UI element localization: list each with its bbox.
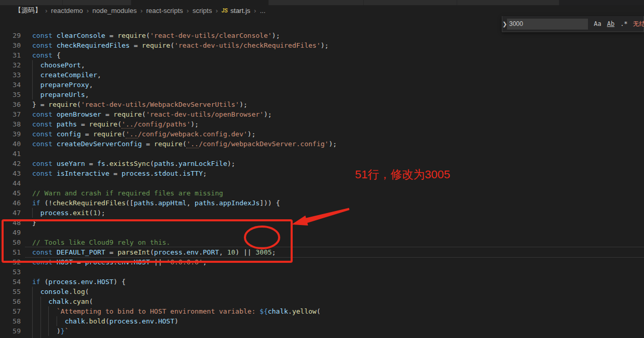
token: yarnLockFile	[179, 160, 227, 167]
code-line-40[interactable]: const createDevServerConfig = require('.…	[0, 139, 644, 149]
breadcrumb: 【源码】›reactdemo›node_modules›react-script…	[0, 5, 644, 16]
breadcrumb-separator-icon: ›	[140, 7, 142, 15]
tab-item[interactable]	[364, 0, 457, 5]
token: process	[154, 248, 183, 256]
code-line-55[interactable]: console.log(	[0, 287, 644, 297]
code-line-32[interactable]: choosePort,	[0, 60, 644, 70]
code-line-59[interactable]: )}`	[0, 326, 644, 336]
token: clearConsole	[57, 32, 105, 39]
whole-word-icon[interactable]: Ab	[607, 20, 614, 27]
token: useYarn	[57, 160, 85, 167]
breadcrumb-item-folder-2[interactable]: node_modules	[92, 7, 136, 15]
tab-bar-empty-space	[559, 0, 644, 5]
code-line-34[interactable]: prepareProxy,	[0, 80, 644, 90]
code-line-39[interactable]: const config = require('../config/webpac…	[0, 129, 644, 139]
breadcrumb-separator-icon: ›	[215, 7, 217, 15]
token: ,	[81, 61, 85, 69]
vscode-window: 【源码】›reactdemo›node_modules›react-script…	[0, 0, 644, 338]
code-line-44[interactable]	[0, 178, 644, 188]
token: paths	[195, 199, 215, 207]
code-line-60[interactable]: )	[0, 336, 644, 338]
regex-icon[interactable]: .*	[620, 20, 627, 27]
toggle-replace-chevron-icon[interactable]: ❯	[502, 21, 507, 27]
token: '..	[186, 140, 198, 148]
token: ,	[89, 81, 93, 89]
breadcrumb-item-folder-1[interactable]: reactdemo	[51, 7, 83, 15]
code-line-52[interactable]: const HOST = process.env.HOST || '0.0.0.…	[0, 257, 644, 267]
code-line-33[interactable]: createCompiler,	[0, 70, 644, 80]
breadcrumb-item-folder-4[interactable]: scripts	[193, 7, 212, 15]
token: =	[81, 130, 93, 138]
breadcrumb-item-ellipsis-6[interactable]: ...	[260, 7, 266, 15]
token: prepareUrls	[40, 91, 85, 98]
code-line-54[interactable]: if (process.env.HOST) {	[0, 277, 644, 287]
token: }	[32, 219, 36, 227]
find-input[interactable]	[507, 19, 588, 30]
token: appIndexJs	[219, 199, 259, 207]
token: cyan	[73, 298, 89, 305]
code-line-36[interactable]: } = require('react-dev-utils/WebpackDevS…	[0, 100, 644, 109]
token: (	[170, 41, 174, 49]
editor[interactable]: 2930313233343536373839404142434445464748…	[0, 16, 644, 338]
token: ) ||	[235, 248, 255, 256]
token: `	[65, 327, 69, 335]
token: ,	[85, 91, 89, 98]
tab-item[interactable]	[457, 0, 559, 5]
tab-item[interactable]	[0, 0, 62, 5]
find-results-label: 无结果	[633, 20, 644, 29]
code-line-30[interactable]: const checkRequiredFiles = require('reac…	[0, 40, 644, 50]
code-line-47[interactable]: process.exit(1);	[0, 208, 644, 218]
token: env	[142, 317, 154, 325]
code-line-46[interactable]: if (!checkRequiredFiles([paths.appHtml, …	[0, 198, 644, 208]
indent-guide	[32, 70, 33, 80]
match-case-icon[interactable]: Aa	[594, 20, 601, 27]
token: const	[32, 51, 57, 59]
code-line-35[interactable]: prepareUrls,	[0, 90, 644, 100]
token: ;	[272, 248, 276, 256]
token: const	[32, 110, 57, 118]
token: const	[32, 160, 57, 167]
breadcrumb-item-prefix-0[interactable]: 【源码】	[15, 6, 42, 15]
token: process	[40, 209, 69, 217]
token: .	[77, 278, 81, 286]
token: const	[32, 258, 57, 266]
tab-item[interactable]	[269, 0, 363, 5]
code-line-42[interactable]: const useYarn = fs.existsSync(paths.yarn…	[0, 159, 644, 168]
token: console	[40, 288, 69, 295]
indent-guide	[40, 326, 41, 336]
code-line-37[interactable]: const openBrowser = require('react-dev-u…	[0, 109, 644, 119]
token: const	[32, 140, 57, 148]
code-line-38[interactable]: const paths = require('../config/paths')…	[0, 119, 644, 129]
token: );	[264, 110, 272, 118]
code-line-50[interactable]: // Tools like Cloud9 rely on this.	[0, 237, 644, 247]
breadcrumb-item-file-5[interactable]: start.js	[230, 7, 250, 15]
code-line-53[interactable]	[0, 267, 644, 277]
code-line-49[interactable]	[0, 228, 644, 237]
code-line-58[interactable]: chalk.bold(process.env.HOST)	[0, 316, 644, 326]
token: );	[97, 209, 105, 217]
token: HOST	[134, 258, 150, 266]
token: require	[117, 32, 146, 39]
code-line-48[interactable]: }	[0, 218, 644, 228]
indent-guide	[32, 90, 33, 100]
code-line-31[interactable]: const {	[0, 50, 644, 60]
token: }	[61, 327, 65, 335]
token: const	[32, 170, 57, 177]
indent-guide	[32, 60, 33, 70]
token: chalk	[48, 298, 68, 305]
code-line-51[interactable]: const DEFAULT_PORT = parseInt(process.en…	[0, 247, 644, 257]
token: require	[89, 120, 118, 128]
code-line-57[interactable]: `Attempting to bind to HOST environment …	[0, 306, 644, 316]
token	[32, 91, 40, 98]
token: PORT	[203, 248, 219, 256]
tab-item[interactable]	[131, 0, 268, 5]
code-line-56[interactable]: chalk.cyan(	[0, 297, 644, 306]
tab-item[interactable]	[63, 0, 131, 5]
code-line-41[interactable]	[0, 149, 644, 159]
token: appHtml	[158, 199, 187, 207]
breadcrumb-separator-icon: ›	[254, 7, 256, 15]
code-line-45[interactable]: // Warn and crash if required files are …	[0, 188, 644, 198]
token: (	[40, 278, 49, 286]
breadcrumb-item-folder-3[interactable]: react-scripts	[146, 7, 183, 15]
code-line-43[interactable]: const isInteractive = process.stdout.isT…	[0, 168, 644, 178]
